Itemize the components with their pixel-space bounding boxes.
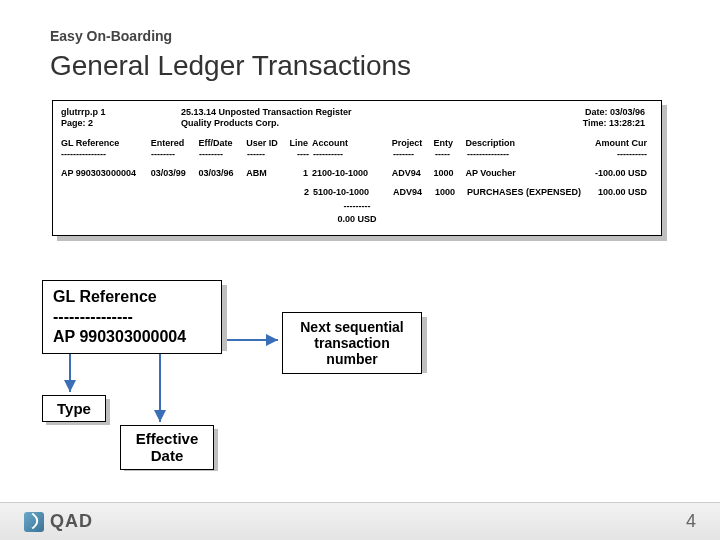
column-headers: GL Reference Entered Eff/Date User ID Li… (61, 138, 653, 149)
brand-logo-icon (24, 512, 44, 532)
kicker-text: Easy On-Boarding (50, 28, 680, 44)
col-proj: Project (392, 138, 434, 149)
col-ref: GL Reference (61, 138, 151, 149)
next-callout-text: Next sequential transaction number (300, 319, 403, 367)
report-panel: glutrrp.p 1 25.13.14 Unposted Transactio… (52, 100, 662, 236)
next-callout: Next sequential transaction number (282, 312, 422, 374)
brand-logo: QAD (24, 511, 93, 532)
glref-callout-value: AP 990303000004 (53, 327, 211, 347)
col-ent: Entered (151, 138, 199, 149)
brand-name: QAD (50, 511, 93, 532)
col-uid: User ID (246, 138, 286, 149)
rpt-prog: glutrrp.p 1 (61, 107, 181, 118)
total-value: 0.00 USD (61, 214, 653, 225)
eff-callout-text: Effective Date (136, 430, 199, 464)
glref-callout: GL Reference --------------- AP 99030300… (42, 280, 222, 354)
col-enty: Enty (434, 138, 466, 149)
rpt-time: Time: 13:28:21 (451, 118, 653, 129)
col-desc: Description (465, 138, 595, 149)
table-row: 2 5100-10-1000 ADV94 1000 PURCHASES (EXP… (61, 187, 653, 198)
col-line: Line (286, 138, 312, 149)
glref-callout-heading: GL Reference (53, 287, 211, 307)
column-dashes: --------------- -------- -------- ------… (61, 149, 653, 160)
page-title: General Ledger Transactions (50, 50, 680, 82)
type-callout: Type (42, 395, 106, 422)
glref-callout-dash: --------------- (53, 307, 211, 327)
col-eff: Eff/Date (198, 138, 246, 149)
col-acct: Account (312, 138, 392, 149)
total-dash: --------- (61, 201, 653, 212)
eff-callout: Effective Date (120, 425, 214, 470)
report-body: glutrrp.p 1 25.13.14 Unposted Transactio… (52, 100, 662, 236)
footer-bar: QAD 4 (0, 502, 720, 540)
rpt-title: 25.13.14 Unposted Transaction Register (181, 107, 451, 118)
rpt-date: Date: 03/03/96 (451, 107, 653, 118)
rpt-page: Page: 2 (61, 118, 181, 129)
table-row: AP 990303000004 03/03/99 03/03/96 ABM 1 … (61, 168, 653, 179)
type-callout-text: Type (57, 400, 91, 417)
col-amt: Amount Cur (595, 138, 653, 149)
page-number: 4 (686, 511, 696, 532)
rpt-company: Quality Products Corp. (181, 118, 451, 129)
